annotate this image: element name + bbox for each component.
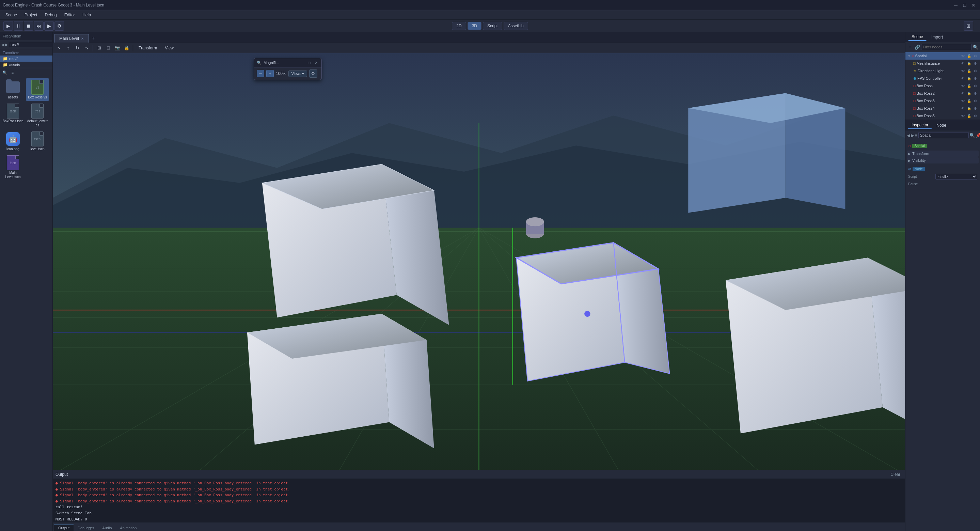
vp-bone-button[interactable]: ⊡: [104, 44, 112, 52]
tree-action-vis-fps[interactable]: 👁: [960, 76, 966, 81]
tree-item-spatial[interactable]: ▼ ○ Spatial 👁 🔒 ⚙: [905, 52, 980, 60]
popup-restore-button[interactable]: □: [307, 60, 312, 65]
play-settings-button[interactable]: ⚙: [54, 21, 64, 31]
output-tab-audio[interactable]: Audio: [98, 525, 116, 531]
mode-3d-button[interactable]: 3D: [468, 22, 482, 30]
inspector-pin-button[interactable]: 📌: [975, 131, 980, 139]
file-item-boxross-vs[interactable]: vs Box Ross.vs: [26, 78, 49, 101]
scene-search-input[interactable]: [921, 44, 972, 50]
fs-list-button[interactable]: ≡: [9, 69, 16, 76]
menu-editor[interactable]: Editor: [61, 11, 78, 19]
mode-script-button[interactable]: Script: [483, 22, 502, 30]
tree-action-vis-mesh[interactable]: 👁: [960, 61, 966, 66]
file-item-assets[interactable]: assets: [2, 78, 24, 101]
tree-action-grp-boxross3[interactable]: ⚙: [972, 98, 978, 104]
tree-item-boxross3[interactable]: □ Box Ross3 👁 🔒 ⚙: [905, 97, 980, 105]
fs-back-button[interactable]: ◀: [2, 41, 4, 48]
scene-filter-button[interactable]: 🔍: [972, 43, 978, 51]
tree-item-boxross[interactable]: □ Box Ross 👁 🔒 ⚙: [905, 82, 980, 89]
tree-action-lock-light[interactable]: 🔒: [966, 68, 972, 73]
tree-action-lock-boxross5[interactable]: 🔒: [966, 113, 972, 118]
vp-select-button[interactable]: ↖: [55, 44, 63, 52]
section-header-transform[interactable]: ▶ Transform: [907, 151, 978, 157]
menu-project[interactable]: Project: [21, 11, 41, 19]
fs-path-input[interactable]: [9, 42, 59, 47]
vp-snap-button[interactable]: ⊞: [95, 44, 103, 52]
fs-fav-res[interactable]: 📁 res://: [0, 56, 52, 62]
views-button[interactable]: Views ▾: [288, 70, 307, 77]
inspector-search-button[interactable]: 🔍: [969, 131, 975, 139]
menu-help[interactable]: Help: [79, 11, 94, 19]
tree-action-grp-spatial[interactable]: ⚙: [972, 53, 978, 59]
tree-action-grp-boxross2[interactable]: ⚙: [972, 91, 978, 96]
popup-close-button[interactable]: ✕: [313, 60, 319, 65]
file-item-mainlevel[interactable]: tscn Main Level.tscn: [2, 154, 24, 180]
tree-action-vis-boxross[interactable]: 👁: [960, 83, 966, 89]
scene-tab-close-icon[interactable]: ✕: [81, 37, 84, 40]
output-tab-animation[interactable]: Animation: [116, 525, 141, 531]
close-button[interactable]: ✕: [970, 2, 977, 9]
minimize-button[interactable]: ─: [952, 2, 959, 9]
section-header-visibility[interactable]: ▶ Visibility: [907, 157, 978, 164]
panel-tab-import[interactable]: Import: [928, 34, 946, 40]
file-item-default-env[interactable]: tres default_env.tres: [26, 102, 49, 129]
tree-action-vis-boxross4[interactable]: 👁: [960, 105, 966, 111]
step-button[interactable]: ⏭: [34, 21, 44, 31]
tree-action-lock-fps[interactable]: 🔒: [966, 76, 972, 81]
inspector-history-list[interactable]: ≡: [915, 131, 918, 139]
fs-search-button[interactable]: 🔍: [2, 69, 8, 76]
tree-action-grp-light[interactable]: ⚙: [972, 68, 978, 73]
tree-action-grp-boxross5[interactable]: ⚙: [972, 113, 978, 118]
scene-link-button[interactable]: 🔗: [914, 43, 920, 51]
inspector-search-input[interactable]: [918, 132, 969, 138]
tree-action-vis-spatial[interactable]: 👁: [960, 53, 966, 59]
prop-value-script[interactable]: <null>: [935, 174, 977, 180]
mode-asset-button[interactable]: AssetLib: [504, 22, 528, 30]
tree-action-lock-boxross3[interactable]: 🔒: [966, 98, 972, 104]
fs-fav-assets[interactable]: 📁 assets: [0, 62, 52, 68]
viewport-area[interactable]: 🔍 Magnifi... ─ □ ✕ ─ + 100% Views ▾: [53, 53, 905, 470]
tree-item-fpscont[interactable]: ⊕ FPS Controller 👁 🔒 ⚙: [905, 75, 980, 82]
panel-tab-inspector[interactable]: Inspector: [908, 121, 932, 129]
pause-button[interactable]: ⏸: [14, 21, 23, 31]
panel-tab-scene[interactable]: Scene: [908, 33, 926, 41]
output-clear-button[interactable]: Clear: [888, 471, 902, 478]
tree-action-lock-boxross2[interactable]: 🔒: [966, 91, 972, 96]
scene-add-button[interactable]: +: [907, 43, 913, 51]
play-scene-button[interactable]: ▶: [44, 21, 54, 31]
vp-move-button[interactable]: ↕: [64, 44, 72, 52]
scene-tab-mainlevel[interactable]: Main Level ✕: [54, 34, 89, 43]
tree-action-lock-mesh[interactable]: 🔒: [966, 61, 972, 66]
vp-camera-button[interactable]: 📷: [113, 44, 122, 52]
popup-minimize-button[interactable]: ─: [300, 60, 305, 65]
play-button[interactable]: ▶: [3, 21, 13, 31]
file-item-boxross-tscn[interactable]: tscn BoxRoss.tscn: [2, 102, 24, 129]
stop-button[interactable]: ⏹: [24, 21, 33, 31]
menu-debug[interactable]: Debug: [41, 11, 60, 19]
tree-action-vis-boxross3[interactable]: 👁: [960, 98, 966, 104]
tree-action-grp-fps[interactable]: ⚙: [972, 76, 978, 81]
menu-scene[interactable]: Scene: [2, 11, 21, 19]
inspector-history-forward[interactable]: ▶: [911, 131, 914, 139]
scene-tab-add-button[interactable]: +: [89, 34, 97, 43]
tree-action-grp-boxross[interactable]: ⚙: [972, 83, 978, 89]
vp-rotate-button[interactable]: ↻: [73, 44, 81, 52]
vp-scale-button[interactable]: ⤡: [83, 44, 91, 52]
zoom-plus-button[interactable]: +: [266, 70, 274, 77]
output-tab-output[interactable]: Output: [54, 525, 73, 531]
inspector-history-back[interactable]: ◀: [907, 131, 910, 139]
tree-action-vis-boxross5[interactable]: 👁: [960, 113, 966, 118]
vp-view-label[interactable]: View: [161, 45, 177, 51]
magnify-gear-button[interactable]: ⚙: [309, 70, 317, 78]
zoom-minus-button[interactable]: ─: [257, 70, 264, 77]
vp-lock-button[interactable]: 🔒: [123, 44, 131, 52]
vp-transform-label[interactable]: Transform: [135, 45, 161, 51]
file-item-icon[interactable]: 🤖 icon.png: [2, 130, 24, 153]
tree-action-lock-boxross4[interactable]: 🔒: [966, 105, 972, 111]
tree-item-boxross2[interactable]: □ Box Ross2 👁 🔒 ⚙: [905, 89, 980, 97]
tree-action-grp-boxross4[interactable]: ⚙: [972, 105, 978, 111]
fs-forward-button[interactable]: ▶: [5, 41, 8, 48]
tree-item-meshinstance[interactable]: □ MeshInstance 👁 🔒 ⚙: [905, 60, 980, 67]
maximize-button[interactable]: □: [961, 2, 969, 9]
tree-action-lock-spatial[interactable]: 🔒: [966, 53, 972, 59]
